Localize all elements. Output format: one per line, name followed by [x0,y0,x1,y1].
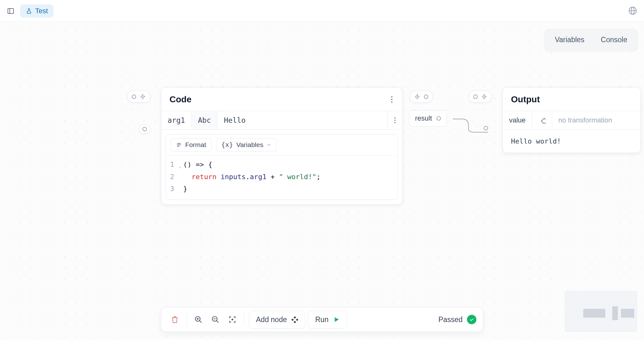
code-input-row: arg1 Abc Hello [161,111,402,130]
svg-rect-26 [294,316,296,319]
output-node-header: Output [503,88,641,111]
code-token: () => { [183,159,212,171]
port-dot-icon [436,116,441,121]
input-row-menu-button[interactable] [388,117,402,124]
input-value-field[interactable]: Hello [218,111,388,129]
variables-dropdown[interactable]: {x} Variables [216,138,277,151]
trash-icon [171,315,179,324]
braces-icon: {x} [221,141,233,149]
run-label: Run [315,315,328,324]
diamond-icon [539,117,546,124]
port-dot-icon [132,94,136,99]
code-textarea[interactable]: 1 ⌄ () => { 2 return inputs . arg1 + " w… [166,156,397,200]
svg-point-11 [394,122,396,123]
panel-left-icon [7,7,14,15]
run-status: Passed [438,315,476,324]
output-value-row: value no transformation [503,111,641,129]
bolt-icon [414,94,420,100]
code-token: } [183,183,187,195]
diamond-grid-icon [291,316,298,323]
list-icon [176,142,182,148]
svg-marker-5 [141,94,145,99]
result-output-port[interactable]: result [409,110,447,127]
code-node-input-port[interactable] [139,125,150,133]
code-node-header: Code [161,88,402,111]
globe-icon [628,6,637,15]
output-node-title: Output [511,94,540,105]
output-transform-type[interactable] [532,112,552,129]
input-type-badge[interactable]: Abc [192,111,218,129]
code-node-menu-button[interactable] [390,94,394,105]
divider [186,313,187,326]
minimap-node [583,309,605,318]
output-node-trigger-port[interactable] [469,91,492,103]
tab-variables[interactable]: Variables [547,31,592,48]
tab-console[interactable]: Console [593,31,636,48]
svg-rect-0 [8,8,14,14]
connection-wire[interactable] [453,116,494,135]
result-label: result [415,114,432,122]
fit-view-button[interactable] [225,312,240,327]
code-token: . [246,171,250,183]
maximize-icon [228,315,236,324]
code-token: arg1 [250,171,266,183]
play-icon [333,316,340,323]
svg-line-19 [199,320,202,323]
code-token: inputs [216,171,246,183]
bolt-icon [140,94,146,100]
tab-test[interactable]: Test [20,4,53,18]
line-number: 2 [166,171,179,183]
view-switch: Variables Console [544,29,638,51]
format-label: Format [185,141,206,149]
add-node-button[interactable]: Add node [249,311,305,329]
svg-rect-27 [294,321,296,323]
code-node-output-trigger-port[interactable] [410,91,433,103]
zoom-out-button[interactable] [208,312,223,327]
run-button[interactable]: Run [308,311,347,329]
line-number: 3 [166,183,179,195]
kebab-icon [391,96,393,103]
variables-label: Variables [236,141,263,149]
globe-button[interactable] [628,6,638,16]
svg-line-23 [216,320,219,323]
output-node[interactable]: Output value no transformation Hello wor… [502,87,641,153]
output-result-value: Hello world! [503,129,641,153]
line-number: 1 [166,159,179,171]
check-icon [469,317,474,322]
editor-toolbar: Format {x} Variables [166,134,397,156]
port-dot-icon [473,94,478,99]
format-button[interactable]: Format [170,138,212,151]
port-dot-icon [142,127,147,131]
svg-point-10 [394,120,396,121]
input-arg-name[interactable]: arg1 [161,111,192,129]
flask-icon [26,8,32,14]
minimap[interactable] [565,291,637,332]
svg-rect-28 [291,319,294,321]
code-token: + [266,171,279,183]
output-node-input-port[interactable] [484,126,488,130]
fold-caret-icon[interactable]: ⌄ [179,162,183,170]
port-dot-icon [424,94,428,99]
svg-rect-29 [296,319,298,321]
minimap-node [621,309,634,318]
output-transform-field[interactable]: no transformation [552,111,641,129]
svg-point-6 [391,96,392,98]
svg-point-8 [391,101,392,103]
top-bar: Test [0,0,644,22]
divider [244,313,244,326]
delete-button[interactable] [168,312,182,327]
sidebar-toggle-button[interactable] [6,7,15,15]
code-node-trigger-port[interactable] [127,91,150,103]
add-node-label: Add node [256,315,287,324]
svg-point-7 [391,99,392,100]
tab-label: Test [35,7,48,15]
code-node[interactable]: Code arg1 Abc Hello Format {x} Variables [161,87,402,205]
code-token: " world!" [279,171,316,183]
status-check-badge [467,315,476,324]
output-value-label[interactable]: value [503,111,532,129]
zoom-in-button[interactable] [191,312,206,327]
chevron-down-icon [266,142,271,147]
bolt-icon [481,94,487,100]
svg-rect-17 [541,118,546,124]
code-node-title: Code [169,94,192,105]
